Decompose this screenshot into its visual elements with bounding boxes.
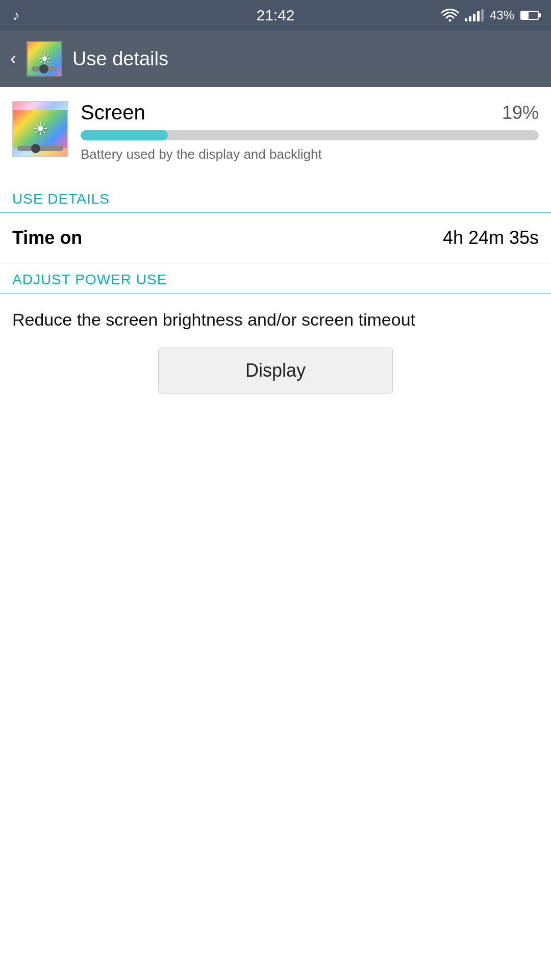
status-bar: ♪ 21:42 43% bbox=[0, 0, 551, 31]
adjust-power-section-header: ADJUST POWER USE bbox=[0, 263, 551, 293]
app-bar: ‹ ☀ Use details bbox=[0, 31, 551, 87]
main-content: ☀ Screen 19% Battery used by the display… bbox=[0, 87, 551, 409]
status-left: ♪ bbox=[12, 7, 19, 23]
sun-icon: ☀ bbox=[32, 118, 48, 140]
svg-point-0 bbox=[448, 19, 451, 22]
time-on-row: Time on 4h 24m 35s bbox=[0, 213, 551, 263]
screen-description: Battery used by the display and backligh… bbox=[81, 146, 539, 162]
screen-title: Screen bbox=[81, 101, 145, 124]
battery-icon bbox=[520, 11, 539, 20]
status-time: 21:42 bbox=[256, 7, 294, 24]
screen-app-icon: ☀ bbox=[27, 41, 62, 77]
screen-thumbnail: ☀ bbox=[12, 101, 68, 157]
page-title: Use details bbox=[72, 48, 168, 70]
time-on-label: Time on bbox=[12, 227, 82, 249]
progress-bar bbox=[81, 130, 539, 140]
back-button[interactable]: ‹ bbox=[10, 48, 16, 69]
use-details-label: USE DETAILS bbox=[12, 191, 110, 207]
progress-bar-fill bbox=[81, 130, 168, 140]
screen-percentage: 19% bbox=[502, 102, 539, 124]
adjust-description: Reduce the screen brightness and/or scre… bbox=[0, 293, 551, 342]
wifi-icon bbox=[441, 9, 459, 22]
screen-header: ☀ Screen 19% Battery used by the display… bbox=[12, 101, 539, 162]
display-button-container: Display bbox=[0, 342, 551, 409]
screen-card: ☀ Screen 19% Battery used by the display… bbox=[0, 87, 551, 183]
status-right: 43% bbox=[441, 8, 539, 22]
time-on-value: 4h 24m 35s bbox=[443, 227, 539, 249]
screen-info: Screen 19% Battery used by the display a… bbox=[81, 101, 539, 162]
screen-title-row: Screen 19% bbox=[81, 101, 539, 124]
use-details-section-header: USE DETAILS bbox=[0, 183, 551, 213]
adjust-power-label: ADJUST POWER USE bbox=[12, 272, 167, 287]
battery-percentage: 43% bbox=[490, 8, 514, 22]
music-icon: ♪ bbox=[12, 7, 19, 23]
display-button[interactable]: Display bbox=[158, 348, 393, 394]
display-button-label: Display bbox=[245, 360, 306, 381]
signal-bars-icon bbox=[465, 9, 484, 21]
